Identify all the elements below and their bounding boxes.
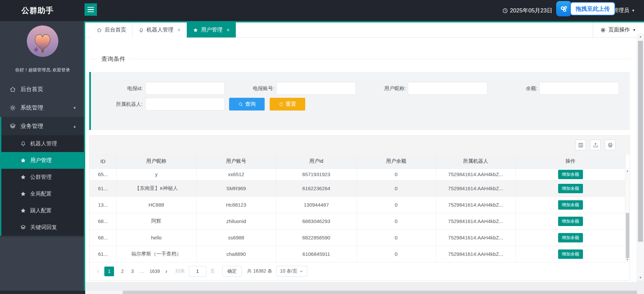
telegram-id-input[interactable] xyxy=(145,82,225,95)
page-number-1[interactable]: 1 xyxy=(104,267,114,276)
chevron-down-icon xyxy=(300,270,303,273)
confirm-page-button[interactable]: 确定 xyxy=(222,266,242,277)
tab-label: 机器人管理 xyxy=(147,26,173,33)
scroll-up-arrow-icon[interactable]: ▲ xyxy=(637,35,644,38)
sidebar-item-global-config[interactable]: 全局配置 xyxy=(1,186,84,202)
chevron-up-icon: ▲ xyxy=(73,124,76,128)
legend-line-left xyxy=(90,59,97,59)
page-operations-label: 页面操作 xyxy=(608,26,630,33)
search-button[interactable]: 查询 xyxy=(229,98,265,111)
cell-balance: 0 xyxy=(357,168,436,180)
telegram-account-input[interactable] xyxy=(276,82,356,95)
scrollbar-corner xyxy=(637,291,644,294)
sidebar-item-user-management[interactable]: 用户管理 xyxy=(1,152,84,169)
sidebar-item-business[interactable]: 业务管理 ▲ xyxy=(1,117,84,135)
star-icon xyxy=(20,157,26,163)
add-balance-button[interactable]: 增加余额 xyxy=(558,184,583,193)
cell-account: zhiluonid xyxy=(196,213,276,229)
table-toolbar xyxy=(90,136,630,154)
sidebar-item-kick-config[interactable]: 踢人配置 xyxy=(1,202,84,219)
columns-filter-button[interactable] xyxy=(575,140,586,150)
user-name: 管理员 xyxy=(613,7,629,14)
table-row: 65... y xx6512 6571931923 0 7529841614:A… xyxy=(90,168,625,180)
col-actions: 操作 xyxy=(516,154,625,168)
horizontal-scrollbar[interactable] xyxy=(0,291,644,294)
sidebar-item-label: 后台首页 xyxy=(20,85,43,93)
table-scrollbar[interactable]: ▲ ▼ xyxy=(625,168,630,262)
page-number-3[interactable]: 3 xyxy=(130,269,135,274)
columns-icon xyxy=(578,142,584,148)
header-date: 2025年05月23日 xyxy=(502,0,552,21)
menu-toggle-button[interactable] xyxy=(85,3,97,16)
hscroll-thumb[interactable] xyxy=(123,291,637,294)
page-scrollbar[interactable]: ▲ ▼ xyxy=(637,33,644,281)
home-icon xyxy=(97,27,102,33)
nickname-input[interactable] xyxy=(408,82,487,95)
close-icon[interactable]: × xyxy=(177,27,180,33)
sidebar-nav: 后台首页 系统管理 ▼ 业务管理 ▲ 机器人管理 xyxy=(0,80,84,236)
avatar[interactable] xyxy=(27,25,58,57)
chevron-down-icon: ▼ xyxy=(632,9,635,12)
close-icon[interactable]: × xyxy=(226,27,229,33)
sidebar-lower-area xyxy=(0,236,84,291)
sidebar-item-robot-management[interactable]: 机器人管理 xyxy=(1,135,84,152)
cell-bot: 7529841614:AAH4kbZ... xyxy=(436,229,516,246)
star-icon xyxy=(20,174,26,180)
cell-nickname: y xyxy=(116,168,196,180)
cell-userid: 6162236264 xyxy=(276,180,357,197)
cell-balance: 0 xyxy=(357,213,436,229)
sidebar-item-system[interactable]: 系统管理 ▼ xyxy=(0,98,84,117)
bot-input[interactable] xyxy=(145,98,225,111)
reset-button[interactable]: 重置 xyxy=(270,98,305,111)
scroll-down-arrow-icon[interactable]: ▼ xyxy=(637,276,644,279)
cell-bot: 7529841614:AAH4kbZ... xyxy=(436,197,516,213)
sidebar-accent-border xyxy=(84,21,85,291)
add-balance-button[interactable]: 增加余额 xyxy=(558,200,583,210)
cell-nickname: 【东南亚】ጰ神秘人 xyxy=(116,180,196,197)
welcome-text: 你好！超级管理员, 欢迎登录 xyxy=(0,67,85,73)
add-balance-button[interactable]: 增加余额 xyxy=(558,233,583,242)
tab-home[interactable]: 后台首页 xyxy=(91,22,132,38)
cell-nickname: hello xyxy=(116,229,196,246)
export-icon xyxy=(593,142,598,148)
scroll-up-arrow-icon[interactable]: ▲ xyxy=(625,169,630,172)
scroll-down-arrow-icon[interactable]: ▼ xyxy=(625,258,630,261)
page-size-select[interactable]: 10 条/页 xyxy=(276,266,307,277)
balance-input[interactable] xyxy=(539,82,619,95)
table-row: 68... hello ss6988 6822858590 0 75298416… xyxy=(90,229,625,246)
sidebar-group-business: 业务管理 ▲ 机器人管理 用户管理 公群管理 xyxy=(0,117,84,236)
sidebar-item-keyword-reply[interactable]: 关键词回复 xyxy=(1,219,84,236)
table-header-row: ID 用户昵称 用户账号 用户id 用户余额 所属机器人 操作 xyxy=(90,154,625,168)
add-balance-button[interactable]: 增加余额 xyxy=(558,249,583,259)
cell-balance: 0 xyxy=(357,197,436,213)
page-number-2[interactable]: 2 xyxy=(120,269,125,274)
col-nickname: 用户昵称 xyxy=(116,154,196,168)
tabs: 后台首页 机器人管理 × 用户管理 × xyxy=(91,22,236,38)
next-page-button[interactable]: › xyxy=(165,268,167,275)
print-button[interactable] xyxy=(605,140,615,150)
app-header: 公群助手 2025年05月23日 拖拽至此上传 管理员 ▼ xyxy=(0,0,644,21)
tab-user-management[interactable]: 用户管理 × xyxy=(187,22,235,38)
col-userid: 用户id xyxy=(276,154,357,168)
page-number-last[interactable]: 1639 xyxy=(150,269,160,274)
user-menu[interactable]: 管理员 ▼ xyxy=(613,0,635,21)
page-operations-dropdown[interactable]: 页面操作 ▼ xyxy=(593,22,636,38)
add-balance-button[interactable]: 增加余额 xyxy=(558,170,583,179)
page-ellipsis: ... xyxy=(140,269,144,274)
page-scrollbar-thumb[interactable] xyxy=(638,41,643,242)
prev-page-button[interactable]: ‹ xyxy=(97,268,99,275)
cell-id: 68... xyxy=(90,229,116,246)
gear-icon xyxy=(9,104,16,111)
export-button[interactable] xyxy=(590,140,601,150)
hscroll-track[interactable] xyxy=(85,291,123,294)
sidebar-item-home[interactable]: 后台首页 xyxy=(0,80,84,98)
table-scrollbar-thumb[interactable] xyxy=(626,213,629,258)
goto-page-input[interactable] xyxy=(189,266,206,277)
add-balance-button[interactable]: 增加余额 xyxy=(558,217,583,226)
app-root: 公群助手 2025年05月23日 拖拽至此上传 管理员 ▼ xyxy=(0,0,644,294)
upload-overlay[interactable]: 拖拽至此上传 xyxy=(556,1,615,16)
sidebar-item-group-management[interactable]: 公群管理 xyxy=(1,169,84,186)
col-id: ID xyxy=(90,154,116,168)
tab-robot-management[interactable]: 机器人管理 × xyxy=(132,22,187,38)
cell-userid: 130944487 xyxy=(276,197,357,213)
